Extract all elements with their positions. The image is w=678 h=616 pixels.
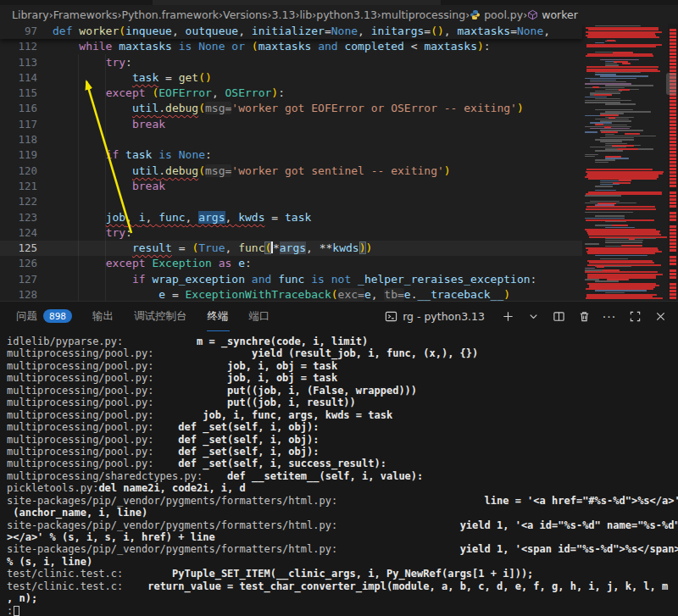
more-actions-button[interactable]: ··· bbox=[600, 308, 619, 326]
terminal-row: , n); bbox=[7, 592, 678, 604]
python-icon bbox=[470, 9, 481, 20]
maximize-icon bbox=[629, 310, 642, 323]
line-number: 115 bbox=[0, 86, 37, 101]
panel-tab-label: 调试控制台 bbox=[134, 309, 187, 324]
code-text: while maxtasks is None or (maxtasks and … bbox=[37, 39, 491, 54]
minimap[interactable] bbox=[582, 24, 667, 301]
code-line-124[interactable]: 124 try: bbox=[0, 225, 582, 241]
code-line-126[interactable]: 126 except Exception as e: bbox=[0, 256, 582, 271]
code-line-112[interactable]: 112 while maxtasks is None or (maxtasks … bbox=[0, 39, 582, 54]
terminal-row: (anchor_name, i, line) bbox=[7, 507, 678, 519]
launch-profile-dropdown-button[interactable] bbox=[524, 308, 542, 326]
breadcrumb-item-lib[interactable]: lib bbox=[299, 8, 312, 21]
sticky-scroll-line[interactable]: 97def worker(inqueue, outqueue, initiali… bbox=[0, 24, 582, 39]
code-text: try: bbox=[37, 225, 132, 241]
panel-tab-problems[interactable]: 问题898 bbox=[15, 302, 73, 331]
code-editor[interactable]: 97def worker(inqueue, outqueue, initiali… bbox=[0, 24, 678, 301]
code-line-123[interactable]: 123 job, i, func, args, kwds = task bbox=[0, 210, 582, 225]
terminal-row: site-packages/pip/_vendor/pygments/forma… bbox=[7, 543, 678, 555]
panel-tab-label: 输出 bbox=[92, 309, 114, 324]
code-text: if wrap_exception and func is not _helpe… bbox=[37, 272, 536, 287]
terminal-row: multiprocessing/sharedctypes.py: def __s… bbox=[7, 470, 678, 482]
code-text: if task is None: bbox=[37, 147, 212, 163]
breadcrumb: Library›Frameworks›Python.framework›Vers… bbox=[0, 5, 678, 24]
panel-tab-ports[interactable]: 端口 bbox=[248, 302, 271, 331]
breadcrumb-item-versions[interactable]: Versions bbox=[223, 8, 267, 21]
code-text: util.debug(msg='worker got sentinel -- e… bbox=[37, 164, 451, 179]
terminal-row: site-packages/pip/_vendor/pygments/forma… bbox=[7, 495, 678, 507]
panel-tab-label: 问题 bbox=[16, 309, 37, 324]
line-number: 125 bbox=[0, 241, 37, 256]
breadcrumb-item-frameworks[interactable]: Frameworks bbox=[53, 8, 118, 21]
terminal-row: multiprocessing/pool.py: def _set(self, … bbox=[7, 446, 678, 458]
terminal-row: site-packages/pip/_vendor/pygments/forma… bbox=[7, 519, 678, 531]
breadcrumb-item-worker[interactable]: worker bbox=[527, 8, 578, 21]
panel-header: 问题898输出调试控制台终端端口 rg - python3.13 ··· bbox=[0, 302, 678, 331]
plus-icon bbox=[502, 310, 514, 323]
terminal-tab-title[interactable]: rg - python3.13 bbox=[385, 310, 485, 323]
terminal-row: multiprocessing/pool.py: def _set(self, … bbox=[7, 458, 678, 469]
code-text: except Exception as e: bbox=[37, 256, 252, 271]
line-number: 113 bbox=[0, 55, 37, 70]
line-number: 121 bbox=[0, 179, 37, 194]
code-text: task = get() bbox=[37, 70, 212, 86]
close-panel-button[interactable] bbox=[651, 308, 670, 326]
kill-terminal-button[interactable] bbox=[575, 308, 593, 326]
terminal-row: multiprocessing/pool.py: def _set(self, … bbox=[7, 421, 678, 433]
code-line-118[interactable]: 118 bbox=[0, 132, 582, 147]
breadcrumb-item-multiprocessing[interactable]: multiprocessing bbox=[381, 8, 465, 21]
code-line-128[interactable]: 128 e = ExceptionWithTraceback(exc=e, tb… bbox=[0, 287, 582, 301]
code-line-125[interactable]: 125 result = (True, func(*args, **kwds)) bbox=[0, 241, 582, 256]
editor-scrollbar-thumb[interactable] bbox=[666, 73, 676, 95]
terminal-row: multiprocessing/pool.py: def _set(self, … bbox=[7, 434, 678, 446]
terminal-row: test/clinic.test.c: return_value = test_… bbox=[7, 580, 678, 592]
panel-tab-label: 终端 bbox=[208, 309, 229, 324]
new-terminal-button[interactable] bbox=[498, 308, 517, 326]
terminal-row: idlelib/pyparse.py: m = _synchre(code, i… bbox=[7, 336, 678, 347]
code-line-117[interactable]: 117 break bbox=[0, 117, 582, 132]
code-text: break bbox=[37, 117, 165, 132]
code-line-114[interactable]: 114 task = get() bbox=[0, 70, 582, 86]
code-line-119[interactable]: 119 if task is None: bbox=[0, 147, 582, 163]
bottom-panel: 问题898输出调试控制台终端端口 rg - python3.13 ··· idl… bbox=[0, 301, 678, 616]
terminal-cursor bbox=[14, 606, 19, 616]
code-text: try: bbox=[37, 55, 132, 70]
breadcrumb-item-python3-13[interactable]: python3.13 bbox=[316, 8, 377, 21]
code-text bbox=[37, 194, 53, 209]
line-number: 126 bbox=[0, 256, 37, 271]
code-line-113[interactable]: 113 try: bbox=[0, 55, 582, 70]
code-line-127[interactable]: 127 if wrap_exception and func is not _h… bbox=[0, 272, 582, 287]
breadcrumb-item-3-13[interactable]: 3.13 bbox=[272, 8, 296, 21]
panel-tab-terminal[interactable]: 终端 bbox=[207, 302, 230, 331]
code-text bbox=[37, 132, 53, 147]
terminal-row: pickletools.py:del name2i, code2i, i, d bbox=[7, 482, 678, 494]
line-number: 127 bbox=[0, 272, 37, 287]
maximize-panel-button[interactable] bbox=[625, 308, 644, 326]
terminal-row: % (s, i, line) bbox=[7, 556, 678, 568]
code-line-116[interactable]: 116 util.debug(msg='worker got EOFError … bbox=[0, 101, 582, 116]
line-number: 128 bbox=[0, 287, 37, 301]
terminal-title-label: rg - python3.13 bbox=[403, 310, 485, 323]
code-line-121[interactable]: 121 break bbox=[0, 179, 582, 194]
breadcrumb-item-library[interactable]: Library bbox=[12, 8, 49, 21]
breadcrumb-item-python-framework[interactable]: Python.framework bbox=[121, 8, 219, 21]
line-number: 123 bbox=[0, 210, 37, 225]
terminal-row: multiprocessing/pool.py: job, i, obj = t… bbox=[7, 372, 678, 384]
chevron-down-icon bbox=[527, 310, 540, 323]
terminal-output[interactable]: idlelib/pyparse.py: m = _synchre(code, i… bbox=[0, 336, 678, 616]
split-terminal-button[interactable] bbox=[549, 308, 568, 326]
line-number: 116 bbox=[0, 101, 37, 116]
split-icon bbox=[553, 310, 565, 323]
terminal-row: multiprocessing/pool.py: put((job, i, re… bbox=[7, 397, 678, 408]
panel-tab-output[interactable]: 输出 bbox=[92, 302, 114, 331]
code-line-120[interactable]: 120 util.debug(msg='worker got sentinel … bbox=[0, 164, 582, 179]
code-line-115[interactable]: 115 except (EOFError, OSError): bbox=[0, 86, 582, 101]
line-number: 117 bbox=[0, 117, 37, 132]
code-text: e = ExceptionWithTraceback(exc=e, tb=e._… bbox=[37, 287, 510, 301]
breadcrumb-item-pool-py[interactable]: pool.py bbox=[470, 8, 523, 21]
ellipsis-icon: ··· bbox=[603, 310, 616, 324]
line-number: 118 bbox=[0, 132, 37, 147]
code-line-122[interactable]: 122 bbox=[0, 194, 582, 209]
line-number: 112 bbox=[0, 39, 37, 54]
panel-tab-debug-console[interactable]: 调试控制台 bbox=[133, 302, 188, 331]
